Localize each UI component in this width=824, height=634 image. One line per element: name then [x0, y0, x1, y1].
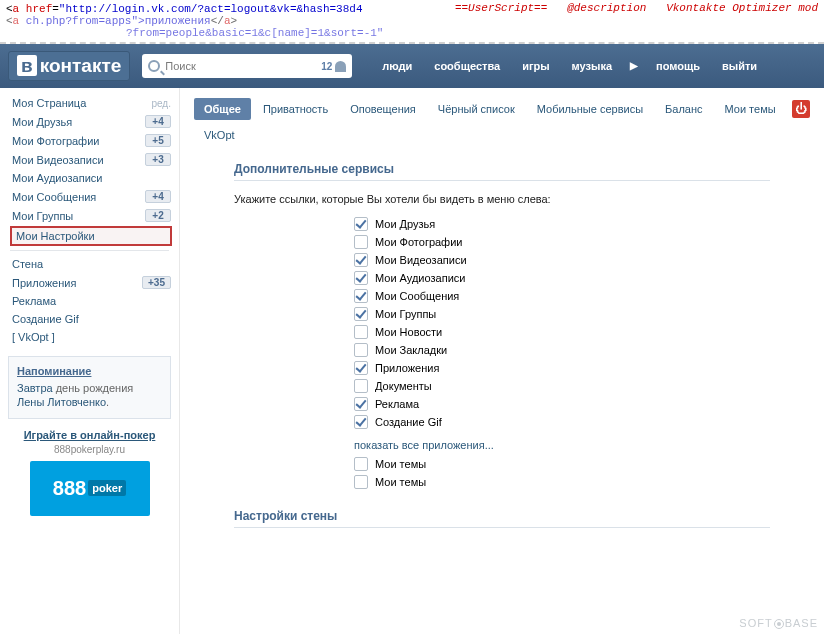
nav-help[interactable]: помощь — [646, 54, 710, 78]
power-icon[interactable]: ⏻ — [792, 100, 810, 118]
checkbox[interactable] — [354, 289, 368, 303]
checkbox[interactable] — [354, 475, 368, 489]
nav-communities[interactable]: сообщества — [424, 54, 510, 78]
logo[interactable]: вконтакте — [8, 51, 130, 81]
sidebar-item[interactable]: Мои Друзья+4 — [0, 112, 179, 131]
reminder-title: Напоминание — [17, 365, 162, 377]
checkbox-label: Мои темы — [375, 458, 426, 470]
checkbox-label: Мои Сообщения — [375, 290, 459, 302]
sidebar-item-label: Реклама — [12, 295, 171, 307]
sidebar-item-label: Создание Gif — [12, 313, 171, 325]
search-placeholder: Поиск — [165, 60, 195, 72]
checkbox-row: Мои Аудиозаписи — [234, 269, 770, 287]
sidebar-item-label: Мои Фотографии — [12, 135, 145, 147]
count-badge: +4 — [145, 190, 171, 203]
nav-music[interactable]: музыка — [562, 54, 622, 78]
reminder-person-link[interactable]: Лены Литовченко — [17, 396, 106, 408]
sidebar-item[interactable]: Мои Настройки — [10, 226, 172, 246]
ad-title: Играйте в онлайн-покер — [8, 429, 171, 441]
sidebar-item[interactable]: Стена — [0, 255, 179, 273]
checkbox[interactable] — [354, 307, 368, 321]
sidebar-item[interactable]: Создание Gif — [0, 310, 179, 328]
checkbox-label: Приложения — [375, 362, 439, 374]
count-badge: +3 — [145, 153, 171, 166]
sidebar-item-label: Мои Аудиозаписи — [12, 172, 171, 184]
ad-subtitle: 888pokerplay.ru — [8, 444, 171, 455]
sidebar-item[interactable]: Мои Фотографии+5 — [0, 131, 179, 150]
sidebar-item[interactable]: Моя Страницаред. — [0, 94, 179, 112]
checkbox-row: Документы — [234, 377, 770, 395]
sidebar-item[interactable]: [ VkOpt ] — [0, 328, 179, 346]
user-icon — [335, 61, 346, 72]
sidebar-item-label: Приложения — [12, 277, 142, 289]
edit-link[interactable]: ред. — [151, 98, 171, 109]
checkbox[interactable] — [354, 271, 368, 285]
ad-block[interactable]: Играйте в онлайн-покер 888pokerplay.ru 8… — [8, 429, 171, 516]
nav-more-arrow-icon[interactable]: ▶ — [624, 54, 644, 78]
checkbox[interactable] — [354, 325, 368, 339]
count-badge: +2 — [145, 209, 171, 222]
watermark: SOFTBASE — [739, 617, 818, 629]
sidebar-item[interactable]: Приложения+35 — [0, 273, 179, 292]
count-badge: +5 — [145, 134, 171, 147]
show-all-apps-link[interactable]: показать все приложения... — [234, 431, 770, 455]
search-box[interactable]: Поиск 12 — [142, 54, 352, 78]
nav-games[interactable]: игры — [512, 54, 559, 78]
checkbox-label: Мои Аудиозаписи — [375, 272, 465, 284]
section-hint: Укажите ссылки, которые Вы хотели бы вид… — [234, 193, 770, 205]
torn-banner: <a href="http://login.vk.com/?act=logout… — [0, 0, 824, 44]
tab-Приватность[interactable]: Приватность — [253, 98, 338, 120]
checkbox[interactable] — [354, 379, 368, 393]
checkbox-row: Мои Новости — [234, 323, 770, 341]
sidebar-item[interactable]: Мои Группы+2 — [0, 206, 179, 225]
checkbox-label: Мои Закладки — [375, 344, 447, 356]
count-badge: +4 — [145, 115, 171, 128]
checkbox-row: Мои Группы — [234, 305, 770, 323]
sidebar: Моя Страницаред.Мои Друзья+4Мои Фотограф… — [0, 88, 180, 634]
tab-Мобильные сервисы[interactable]: Мобильные сервисы — [527, 98, 653, 120]
reminder-day-link[interactable]: Завтра — [17, 382, 53, 394]
checkbox-label: Документы — [375, 380, 432, 392]
checkbox[interactable] — [354, 235, 368, 249]
checkbox[interactable] — [354, 397, 368, 411]
checkbox-label: Мои Видеозаписи — [375, 254, 467, 266]
search-count: 12 — [321, 61, 332, 72]
sidebar-item[interactable]: Реклама — [0, 292, 179, 310]
sidebar-item-label: Моя Страница — [12, 97, 151, 109]
nav-exit[interactable]: выйти — [712, 54, 767, 78]
checkbox[interactable] — [354, 343, 368, 357]
tab-Оповещения[interactable]: Оповещения — [340, 98, 426, 120]
reminder-box: Напоминание Завтра день рождения Лены Ли… — [8, 356, 171, 419]
checkbox-row: Мои темы — [234, 455, 770, 473]
settings-tabs: ОбщееПриватностьОповещенияЧёрный списокМ… — [194, 98, 810, 146]
sidebar-item[interactable]: Мои Видеозаписи+3 — [0, 150, 179, 169]
checkbox[interactable] — [354, 361, 368, 375]
checkbox[interactable] — [354, 253, 368, 267]
tab-VkOpt[interactable]: VkOpt — [194, 124, 245, 146]
checkbox[interactable] — [354, 457, 368, 471]
tab-Мои темы[interactable]: Мои темы — [715, 98, 786, 120]
checkbox[interactable] — [354, 217, 368, 231]
checkbox-row: Мои Закладки — [234, 341, 770, 359]
checkbox-row: Реклама — [234, 395, 770, 413]
nav-people[interactable]: люди — [372, 54, 422, 78]
sidebar-item-label: Мои Видеозаписи — [12, 154, 145, 166]
checkbox[interactable] — [354, 415, 368, 429]
tab-Общее[interactable]: Общее — [194, 98, 251, 120]
checkbox-label: Мои Группы — [375, 308, 436, 320]
checkbox-row: Мои Сообщения — [234, 287, 770, 305]
section-services-title: Дополнительные сервисы — [234, 162, 770, 181]
sidebar-item[interactable]: Мои Сообщения+4 — [0, 187, 179, 206]
section-wall-title: Настройки стены — [234, 509, 770, 528]
tab-Чёрный список[interactable]: Чёрный список — [428, 98, 525, 120]
sidebar-item-label: Мои Группы — [12, 210, 145, 222]
checkbox-label: Мои Новости — [375, 326, 442, 338]
count-badge: +35 — [142, 276, 171, 289]
sidebar-item[interactable]: Мои Аудиозаписи — [0, 169, 179, 187]
top-nav: люди сообщества игры музыка ▶ помощь вый… — [372, 54, 767, 78]
header: вконтакте Поиск 12 люди сообщества игры … — [0, 44, 824, 88]
sidebar-item-label: Мои Настройки — [16, 230, 166, 242]
ad-image: 888poker — [30, 461, 150, 516]
reminder-body: Завтра день рождения Лены Литовченко. — [17, 381, 162, 410]
tab-Баланс[interactable]: Баланс — [655, 98, 712, 120]
